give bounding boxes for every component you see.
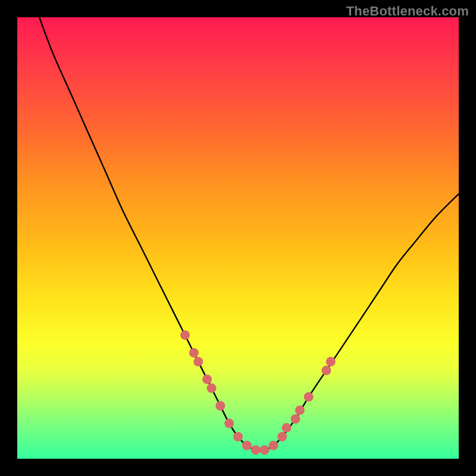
- curve-marker: [304, 392, 314, 402]
- curve-marker: [189, 348, 199, 358]
- curve-marker: [295, 405, 305, 415]
- curve-marker: [268, 441, 278, 450]
- curve-marker: [242, 441, 252, 450]
- chart-overlay: [17, 17, 459, 459]
- curve-marker: [277, 432, 287, 441]
- curve-marker: [202, 374, 212, 384]
- curve-marker: [291, 414, 300, 424]
- bottleneck-curve: [39, 17, 459, 450]
- curve-marker: [326, 357, 336, 367]
- curve-marker: [207, 383, 217, 393]
- curve-marker: [224, 419, 234, 428]
- curve-marker: [260, 445, 270, 455]
- curve-marker: [282, 423, 292, 433]
- curve-marker: [180, 330, 190, 340]
- curve-marker: [193, 357, 203, 367]
- curve-marker: [215, 401, 225, 411]
- curve-marker: [233, 432, 243, 441]
- curve-marker: [321, 366, 331, 375]
- curve-marker: [251, 445, 261, 455]
- chart-frame: TheBottleneck.com: [0, 0, 476, 476]
